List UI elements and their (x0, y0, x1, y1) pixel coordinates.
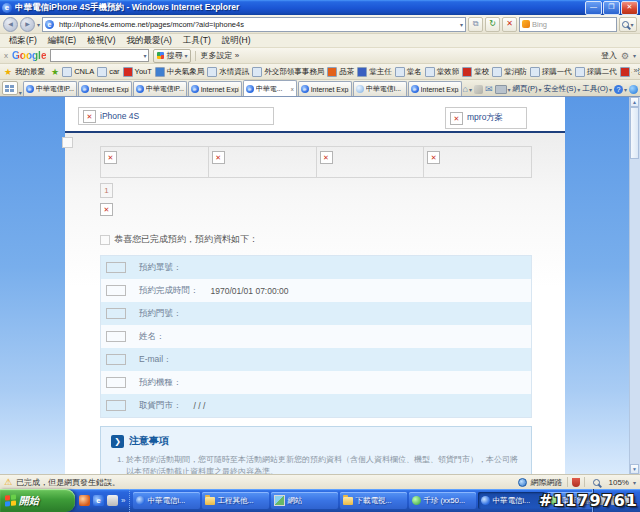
google-options-dropdown-icon[interactable]: ▾ (633, 52, 636, 59)
favorite-link[interactable]: 堂效節 (425, 67, 460, 77)
favorite-link[interactable]: 水情資訊 (207, 67, 249, 77)
reservation-form-table: 預約單號： 預約完成時間：1970/01/01 07:00:00 預約門號： 姓… (100, 255, 532, 418)
form-row-value: 1970/01/01 07:00:00 (211, 286, 289, 296)
address-bar[interactable]: e http://iphone4s.emome.net/pages/mcom/?… (42, 17, 466, 32)
minimize-button[interactable]: — (585, 1, 602, 15)
quick-launch-icon[interactable] (79, 495, 90, 506)
zoom-level[interactable]: 105% (609, 478, 629, 487)
google-search-button[interactable]: 搜尋▾ (153, 49, 191, 63)
home-button[interactable]: ⌂▾ (463, 84, 472, 94)
compatibility-view-button[interactable]: ⧉ (468, 17, 483, 32)
menu-help[interactable]: 說明(H) (217, 35, 256, 47)
start-button[interactable]: 開始 (0, 489, 75, 512)
favorites-star-icon[interactable]: ★ (4, 67, 12, 77)
page-number-box[interactable]: 1 (100, 183, 113, 198)
browser-tab[interactable]: eInternet Exp... (408, 81, 462, 96)
page-tab-iphone4s[interactable]: iPhone 4S (78, 107, 274, 125)
menu-view[interactable]: 檢視(V) (82, 35, 120, 47)
toolbar-close-button[interactable]: x (4, 51, 8, 60)
scroll-up-arrow[interactable]: ▲ (630, 97, 639, 107)
browser-tab-active[interactable]: e中華電...x (243, 80, 297, 96)
favorite-link[interactable]: 堂消防 (492, 67, 527, 77)
browser-tab[interactable]: e中華電信iP... (23, 81, 77, 96)
forward-button[interactable]: ▶ (20, 17, 35, 32)
close-button[interactable]: ✕ (621, 1, 638, 15)
tab-list-dropdown-icon[interactable]: ▾ (19, 89, 22, 96)
page-menu-button[interactable]: 網頁(P)▾ (513, 84, 542, 94)
browser-tab[interactable]: 中華電信i... (353, 81, 407, 96)
back-button[interactable]: ◀ (3, 17, 18, 32)
quick-launch-icon[interactable] (107, 495, 118, 506)
quick-tabs-icon[interactable] (2, 81, 18, 95)
favorite-link[interactable]: 採購二代 (575, 67, 617, 77)
read-mail-button[interactable]: ✉ (485, 84, 493, 94)
menu-favorites[interactable]: 我的最愛(A) (122, 35, 177, 47)
task-button[interactable]: 下載電視... (340, 492, 407, 509)
search-placeholder[interactable]: Bing (532, 20, 614, 29)
zoom-button[interactable] (589, 476, 605, 489)
browser-tab[interactable]: eInternet Exp... (298, 81, 352, 96)
stop-button[interactable]: ✕ (502, 17, 517, 32)
menu-tools[interactable]: 工具(T) (178, 35, 216, 47)
task-button[interactable]: 工程其他... (202, 492, 269, 509)
favorite-link[interactable]: car (97, 67, 119, 77)
divider (195, 51, 196, 61)
form-row: 預約機種： (101, 371, 531, 394)
favorite-link[interactable]: 堂名 (395, 67, 422, 77)
tab-close-icon[interactable]: x (291, 86, 294, 92)
rss-icon (474, 85, 483, 94)
task-button-active[interactable]: 中華電信i... (478, 492, 545, 509)
search-box[interactable]: Bing (519, 17, 617, 32)
add-favorite-icon[interactable]: ★ (51, 67, 59, 77)
favorite-link[interactable]: 外交部領事事務局 (252, 67, 324, 77)
scroll-down-arrow[interactable]: ▼ (630, 464, 639, 474)
protected-mode-icon (572, 478, 580, 487)
favorite-link[interactable]: 品茶 (327, 67, 354, 77)
messenger-icon[interactable] (629, 85, 638, 94)
favorite-link[interactable]: 中央氣象局 (155, 67, 205, 77)
favicon (620, 67, 630, 77)
ie-quick-launch-icon[interactable]: e (93, 495, 104, 506)
image-icon (274, 495, 285, 506)
favorites-button[interactable]: 我的最愛 (15, 67, 45, 77)
favorites-overflow-chevron[interactable]: » (632, 66, 638, 75)
google-more-settings[interactable]: 更多設定 » (200, 50, 239, 61)
help-button[interactable]: ?▾ (614, 85, 627, 94)
safety-menu-button[interactable]: 安全性(S)▾ (544, 84, 581, 94)
url-text[interactable]: http://iphone4s.emome.net/pages/mcom/?ai… (59, 20, 458, 29)
menu-edit[interactable]: 編輯(E) (43, 35, 81, 47)
scrollbar-thumb[interactable] (630, 107, 639, 159)
search-button[interactable]: ▾ (619, 17, 637, 32)
zoom-dropdown-icon[interactable]: ▾ (633, 479, 636, 486)
google-signin-link[interactable]: 登入 (601, 50, 617, 61)
rss-button[interactable] (474, 85, 483, 94)
task-button[interactable]: 千珍 (xx50... (409, 492, 476, 509)
form-row: 取貨門市：/ / / (101, 394, 531, 417)
google-search-input[interactable]: ▾ (50, 49, 149, 62)
favorite-link[interactable]: 堂主任 (357, 67, 392, 77)
address-dropdown-icon[interactable]: ▾ (460, 21, 463, 28)
favorite-link[interactable]: 堂校 (462, 67, 489, 77)
tools-menu-button[interactable]: 工具(O)▾ (582, 84, 612, 94)
help-icon: ? (614, 85, 623, 94)
restore-button[interactable]: ❐ (603, 1, 620, 15)
task-button[interactable]: 網站 (271, 492, 338, 509)
menu-file[interactable]: 檔案(F) (4, 35, 42, 47)
quick-launch-overflow-chevron[interactable]: » (121, 496, 125, 505)
nav-history-dropdown-icon[interactable]: ▾ (37, 21, 40, 28)
browser-tab[interactable]: eInternet Expl... (188, 81, 242, 96)
quick-launch: e » (75, 489, 130, 512)
wrench-icon[interactable]: ⚙ (621, 51, 629, 61)
favorite-link[interactable]: YouT (123, 67, 152, 77)
broken-image-placeholder (106, 308, 126, 319)
browser-tab[interactable]: e中華電信iP... (133, 81, 187, 96)
warning-icon[interactable]: ⚠ (4, 477, 12, 487)
page-tab-mpro[interactable]: mpro方案 (445, 107, 527, 129)
refresh-button[interactable]: ↻ (485, 17, 500, 32)
browser-tab[interactable]: eInternet Expl... (78, 81, 132, 96)
favorite-link[interactable]: CNLA (62, 67, 94, 77)
vertical-scrollbar[interactable]: ▲ ▼ (629, 97, 640, 474)
task-button[interactable]: 中華電信i... (133, 492, 200, 509)
print-button[interactable]: ▾ (495, 85, 511, 94)
favorite-link[interactable]: 採購一代 (530, 67, 572, 77)
